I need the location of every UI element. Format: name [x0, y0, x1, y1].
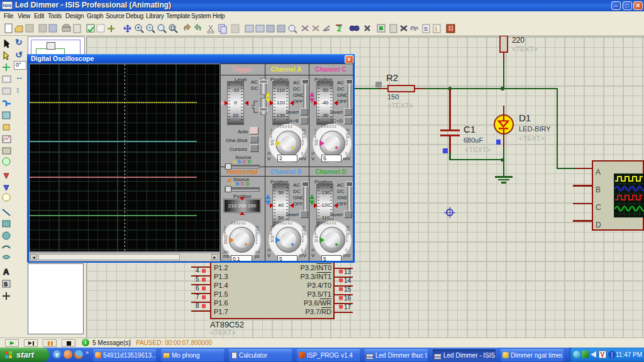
- svg-text:A: A: [3, 267, 9, 277]
- svg-text:2: 2: [337, 25, 341, 33]
- svg-text:S: S: [4, 281, 8, 287]
- svg-text:S: S: [424, 26, 428, 32]
